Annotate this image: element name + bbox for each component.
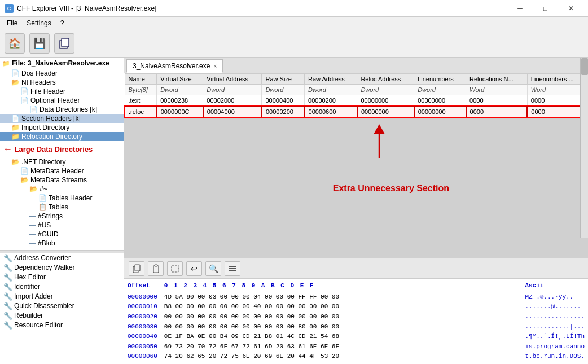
sidebar-item-hex-editor[interactable]: 🔧 Hex Editor — [0, 273, 124, 282]
table-row[interactable]: .text 00000238 00002000 00000400 0000020… — [125, 95, 587, 107]
annotation-center-text: Extra Unnecessary Section — [333, 183, 449, 194]
col-header-name[interactable]: Name — [125, 74, 157, 85]
toolbar-copy[interactable] — [54, 33, 74, 54]
sidebar-item-section-headers[interactable]: 📄 Section Headers [k] — [0, 114, 124, 123]
nt-headers-label: Nt Headers — [21, 78, 56, 86]
section-headers-icon: 📄 — [11, 115, 20, 122]
scrollbar-thumb[interactable] — [581, 58, 588, 75]
hex-btn-columns[interactable] — [225, 261, 240, 276]
tables-label: Tables — [49, 203, 68, 211]
maximize-button[interactable]: □ — [533, 0, 558, 17]
row2-virtual-address: 00004000 — [203, 106, 262, 117]
net-dir-icon: 📂 — [11, 158, 20, 166]
sidebar-item-relocation-directory[interactable]: 📁 Relocation Directory — [0, 132, 124, 141]
col-header-reloc-n[interactable]: Relocations N... — [466, 74, 528, 85]
sidebar-item-dependency-walker[interactable]: 🔧 Dependency Walker — [0, 263, 124, 273]
section-table: Name Virtual Size Virtual Address Raw Si… — [124, 73, 588, 118]
reloc-dir-label: Relocation Directory — [21, 133, 82, 141]
table-type-row: Byte[8] Dword Dword Dword Dword Dword Dw… — [125, 85, 587, 95]
col-header-raw-address[interactable]: Raw Address — [305, 74, 357, 85]
window-controls: ─ □ ✕ — [507, 0, 583, 17]
sidebar-item-metadata-streams[interactable]: 📂 MetaData Streams — [0, 176, 124, 185]
close-button[interactable]: ✕ — [558, 0, 583, 17]
sidebar-item-tables[interactable]: 📋 Tables — [0, 203, 124, 212]
row1-linen: 0000 — [527, 95, 587, 107]
sidebar-item-import-directory[interactable]: 📁 Import Directory — [0, 123, 124, 132]
sidebar-item-us[interactable]: — #US — [0, 221, 124, 230]
optional-header-icon: 📄 — [20, 97, 29, 104]
svg-rect-1 — [62, 38, 69, 47]
hex-btn-paste[interactable] — [148, 261, 164, 276]
sidebar-item-optional-header[interactable]: 📄 Optional Header — [0, 96, 124, 105]
sidebar-item-dos-header[interactable]: 📄 Dos Header — [0, 69, 124, 78]
row2-raw-size: 00000200 — [262, 106, 305, 117]
row2-name: .reloc — [125, 106, 157, 117]
sidebar-item-blob[interactable]: — #Blob — [0, 239, 124, 248]
table-row-highlighted[interactable]: .reloc 0000000C 00004000 00000200 000006… — [125, 106, 587, 117]
window-title: CFF Explorer VIII - [3_NaiveAsmResolver.… — [17, 5, 507, 12]
menu-help[interactable]: ? — [56, 18, 69, 28]
sidebar-item-data-directories[interactable]: 📄 Data Directories [k] — [0, 105, 124, 114]
sidebar-item-file-header[interactable]: 📄 File Header — [0, 87, 124, 96]
sidebar-item-strings[interactable]: — #Strings — [0, 212, 124, 221]
blob-label: #Blob — [38, 239, 55, 247]
quick-disasm-icon: 🔧 — [3, 302, 12, 310]
sidebar-item-quick-disassembler[interactable]: 🔧 Quick Disassembler — [0, 301, 124, 311]
row1-reloc-address: 00000000 — [357, 95, 414, 107]
sidebar-item-address-converter[interactable]: 🔧 Address Converter — [0, 253, 124, 263]
main-layout: 📁 File: 3_NaiveAsmResolver.exe 📄 Dos Hea… — [0, 58, 588, 364]
sidebar-item-tilde[interactable]: 📂 #~ — [0, 185, 124, 194]
sidebar-item-net-directory[interactable]: 📂 .NET Directory — [0, 157, 124, 166]
hex-btn-search[interactable]: 🔍 — [205, 261, 221, 276]
tree-root-label: File: 3_NaiveAsmResolver.exe — [12, 59, 109, 67]
col-header-raw-size[interactable]: Raw Size — [262, 74, 305, 85]
tilde-label: #~ — [40, 185, 47, 193]
toolbar-save[interactable]: 💾 — [29, 33, 50, 54]
tab-main-file[interactable]: 3_NaiveAsmResolver.exe × — [126, 59, 223, 73]
hex-btn-select[interactable] — [167, 261, 183, 276]
sidebar[interactable]: 📁 File: 3_NaiveAsmResolver.exe 📄 Dos Hea… — [0, 58, 124, 364]
file-header-icon: 📄 — [20, 87, 29, 95]
tab-close-button[interactable]: × — [213, 63, 217, 69]
col-header-virtual-address[interactable]: Virtual Address — [203, 74, 262, 85]
sidebar-item-tables-header[interactable]: 📄 Tables Header — [0, 194, 124, 203]
sidebar-item-resource-editor[interactable]: 🔧 Resource Editor — [0, 321, 124, 330]
sidebar-item-rebuilder[interactable]: 🔧 Rebuilder — [0, 311, 124, 321]
sidebar-item-metadata-header[interactable]: 📄 MetaData Header — [0, 166, 124, 176]
col-header-reloc-address[interactable]: Reloc Address — [357, 74, 414, 85]
titlebar: C CFF Explorer VIII - [3_NaiveAsmResolve… — [0, 0, 588, 17]
hex-col-header: 0 1 2 3 4 5 6 7 8 9 A B C D E F — [164, 281, 519, 291]
minimize-button[interactable]: ─ — [507, 0, 533, 17]
svg-marker-3 — [374, 124, 385, 134]
tables-header-label: Tables Header — [49, 194, 92, 202]
col-header-virtual-size[interactable]: Virtual Size — [157, 74, 203, 85]
svg-rect-10 — [229, 268, 236, 269]
hex-btn-copy[interactable] — [129, 261, 144, 276]
sidebar-item-import-adder[interactable]: 🔧 Import Adder — [0, 292, 124, 301]
row1-reloc-n: 0000 — [466, 95, 528, 107]
hex-ascii-3: ............|... — [525, 322, 585, 332]
toolbar-home[interactable]: 🏠 — [5, 33, 25, 54]
hex-bytes-3: 00 00 00 00 00 00 00 00 00 00 00 00 80 0… — [164, 322, 519, 332]
col-header-linen[interactable]: Linenumbers ... — [527, 74, 587, 85]
svg-rect-8 — [172, 265, 178, 272]
row2-linen: 0000 — [527, 106, 587, 117]
sidebar-item-identifier[interactable]: 🔧 Identifier — [0, 282, 124, 292]
row1-virtual-address: 00002000 — [203, 95, 262, 107]
quick-disasm-label: Quick Disassembler — [14, 302, 74, 310]
tree-root[interactable]: 📁 File: 3_NaiveAsmResolver.exe — [0, 58, 124, 69]
sidebar-item-guid[interactable]: — #GUID — [0, 230, 124, 239]
hex-btn-undo[interactable]: ↩ — [186, 261, 202, 276]
hex-ascii-area: Ascii MZ .☺...·yy.. .......@....... ....… — [525, 281, 585, 362]
type-reloc-address: Dword — [357, 85, 414, 95]
menu-settings[interactable]: Settings — [22, 18, 55, 28]
identifier-label: Identifier — [14, 283, 40, 291]
menu-file[interactable]: File — [2, 18, 22, 28]
right-scrollbar[interactable] — [580, 58, 588, 238]
dos-header-label: Dos Header — [21, 69, 58, 77]
toolbar: 🏠 💾 — [0, 29, 588, 58]
sidebar-item-nt-headers[interactable]: 📂 Nt Headers — [0, 78, 124, 87]
hex-panel: ↩ 🔍 Offset 00000000 00000010 00000020 00… — [124, 258, 588, 364]
col-header-linenumbers[interactable]: Linenumbers — [414, 74, 466, 85]
guid-icon: — — [29, 230, 36, 238]
